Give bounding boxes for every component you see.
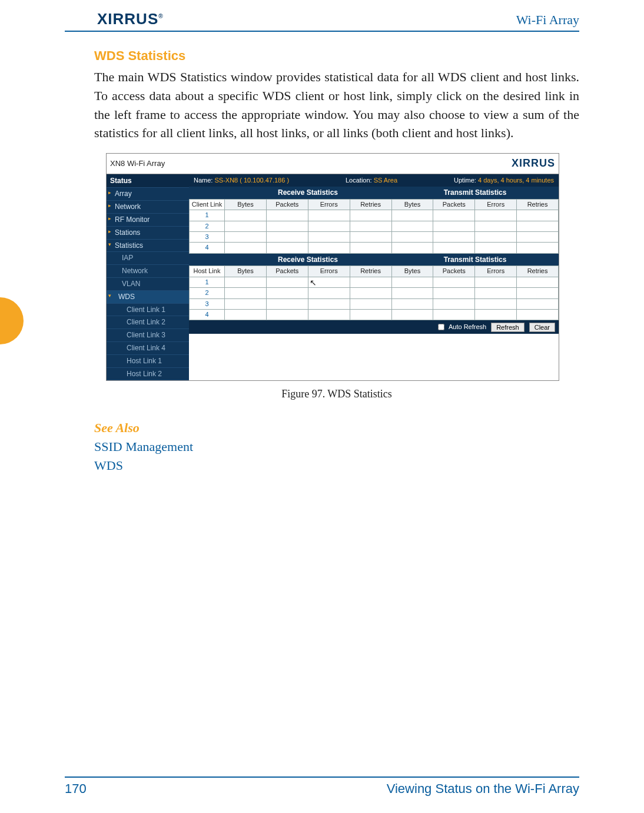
- page-footer: 170 Viewing Status on the Wi-Fi Array: [65, 780, 579, 798]
- sidebar-sub-iap[interactable]: IAP: [107, 252, 189, 265]
- main-panel: Name: SS-XN8 ( 10.100.47.186 ) Location:…: [189, 174, 559, 381]
- page-header: XIRRUS® Wi-Fi Array: [0, 6, 579, 29]
- info-bar: Name: SS-XN8 ( 10.100.47.186 ) Location:…: [189, 174, 559, 187]
- sidebar-item-stations[interactable]: Stations: [107, 227, 189, 240]
- group-header-client: Receive Statistics Transmit Statistics: [189, 187, 559, 199]
- sidebar-sub-vlan[interactable]: VLAN: [107, 278, 189, 291]
- window-title: XN8 Wi-Fi Array: [110, 158, 165, 169]
- client-link-table: Client Link Bytes Packets Errors Retries…: [189, 199, 559, 254]
- header-rule: [65, 31, 579, 32]
- col-errors-rx: Errors: [308, 199, 350, 210]
- host-link-header: Host Link: [190, 266, 225, 277]
- table-row: 4: [190, 243, 559, 253]
- sidebar-sub-network[interactable]: Network: [107, 265, 189, 278]
- uptime-label: Uptime:: [454, 177, 476, 184]
- sidebar-wds-hl2[interactable]: Host Link 2: [107, 368, 189, 381]
- rx-heading-2: Receive Statistics: [224, 254, 391, 266]
- sidebar-heading: Status: [107, 174, 189, 188]
- col-errors-tx: Errors: [475, 199, 517, 210]
- see-also-link-ssid[interactable]: SSID Management: [94, 437, 579, 456]
- chapter-title: Viewing Status on the Wi-Fi Array: [387, 780, 579, 798]
- body-paragraph: The main WDS Statistics window provides …: [94, 68, 579, 143]
- table-row: 1: [190, 277, 559, 287]
- clear-button[interactable]: Clear: [529, 323, 555, 332]
- sidebar-item-network[interactable]: Network: [107, 201, 189, 214]
- page-number: 170: [65, 780, 87, 798]
- sidebar-wds-cl3[interactable]: Client Link 3: [107, 329, 189, 342]
- uptime-value: 4 days, 4 hours, 4 minutes: [478, 177, 554, 184]
- footer-rule: [65, 777, 579, 778]
- rx-heading: Receive Statistics: [224, 187, 391, 199]
- product-name: Wi-Fi Array: [516, 11, 579, 29]
- screenshot-figure: XN8 Wi-Fi Array XIRRUS Status Array Netw…: [106, 153, 559, 381]
- host-link-table: Host Link Bytes Packets Errors Retries B…: [189, 266, 559, 320]
- sidebar-wds-cl1[interactable]: Client Link 1: [107, 304, 189, 317]
- sidebar-wds-hl1[interactable]: Host Link 1: [107, 355, 189, 368]
- table-row: 3: [190, 298, 559, 309]
- xirrus-logo: XIRRUS®: [97, 8, 164, 29]
- table-footer-bar: Auto Refresh Refresh Clear: [189, 320, 559, 334]
- table-row: 2: [190, 221, 559, 231]
- section-heading: WDS Statistics: [94, 47, 579, 65]
- col-packets-tx: Packets: [433, 199, 475, 210]
- tx-heading: Transmit Statistics: [391, 187, 559, 199]
- table-row: 1: [190, 210, 559, 221]
- sidebar-wds-cl4[interactable]: Client Link 4: [107, 342, 189, 355]
- col-packets-rx: Packets: [266, 199, 308, 210]
- col-bytes-rx: Bytes: [225, 199, 267, 210]
- sidebar-item-rfmonitor[interactable]: RF Monitor: [107, 214, 189, 227]
- tx-heading-2: Transmit Statistics: [391, 254, 559, 266]
- page-tab-marker: [0, 297, 24, 344]
- sidebar-item-array[interactable]: Array: [107, 188, 189, 201]
- name-label: Name:: [194, 177, 213, 184]
- table-row: 3: [190, 231, 559, 242]
- col-retries-rx: Retries: [350, 199, 391, 210]
- group-header-host: Receive Statistics Transmit Statistics: [189, 254, 559, 266]
- sidebar-sub-wds[interactable]: WDS: [107, 291, 189, 304]
- see-also-heading: See Also: [94, 419, 579, 437]
- sidebar-item-statistics[interactable]: Statistics: [107, 240, 189, 253]
- client-link-header: Client Link: [190, 199, 225, 210]
- name-value: SS-XN8 ( 10.100.47.186 ): [214, 177, 289, 184]
- sidebar: Status Array Network RF Monitor Stations…: [107, 174, 189, 381]
- sidebar-wds-cl2[interactable]: Client Link 2: [107, 316, 189, 329]
- auto-refresh-checkbox[interactable]: Auto Refresh: [436, 322, 486, 332]
- col-retries-tx: Retries: [517, 199, 559, 210]
- location-label: Location:: [346, 177, 372, 184]
- see-also-link-wds[interactable]: WDS: [94, 456, 579, 475]
- table-row: 4: [190, 310, 559, 320]
- col-bytes-tx: Bytes: [391, 199, 433, 210]
- table-row: 2: [190, 288, 559, 298]
- refresh-button[interactable]: Refresh: [491, 323, 525, 332]
- location-value: SS Area: [374, 177, 397, 184]
- figure-caption: Figure 97. WDS Statistics: [94, 387, 579, 401]
- screenshot-logo: XIRRUS: [512, 156, 555, 171]
